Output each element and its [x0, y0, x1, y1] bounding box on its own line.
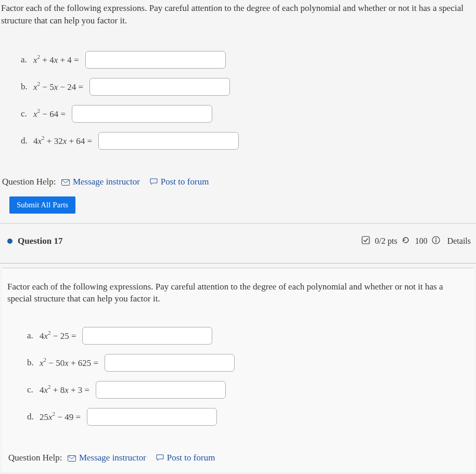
status-bullet-icon: [7, 239, 12, 244]
info-icon: [432, 236, 440, 246]
part-label: a.: [21, 55, 30, 65]
details-link[interactable]: Details: [447, 236, 471, 246]
q2-part-b: b. x2 − 50x + 625 =: [27, 354, 470, 372]
q1-part-d: d. 4x2 + 32x + 64 =: [21, 132, 476, 150]
q1-part-c: c. x2 − 64 =: [21, 105, 476, 123]
score-text: 0/2 pts: [375, 236, 397, 246]
answer-input-a[interactable]: [82, 327, 212, 345]
part-expression: x2 − 50x + 625 =: [40, 357, 98, 368]
part-expression: 4x2 − 25 =: [40, 330, 76, 341]
answer-input-c[interactable]: [72, 105, 212, 123]
svg-rect-1: [362, 236, 369, 244]
post-forum-text: Post to forum: [161, 177, 209, 187]
part-label: c.: [21, 109, 30, 119]
part-label: a.: [27, 331, 36, 341]
part-expression: x2 − 5x − 24 =: [33, 81, 83, 93]
answer-input-b[interactable]: [105, 354, 235, 372]
q1-part-b: b. x2 − 5x − 24 =: [21, 78, 476, 96]
part-label: d.: [21, 136, 30, 146]
question-help-label: Question Help:: [2, 177, 56, 187]
post-forum-link[interactable]: Post to forum: [150, 177, 209, 187]
q2-instructions: Factor each of the following expressions…: [6, 279, 470, 313]
q2-part-a: a. 4x2 − 25 =: [27, 327, 470, 345]
svg-rect-4: [435, 239, 436, 242]
question-help-label: Question Help:: [8, 453, 62, 463]
message-instructor-text: Message instructor: [79, 453, 146, 463]
question-header: Question 17 0/2 pts 100 Details: [0, 223, 476, 252]
svg-point-3: [435, 238, 436, 239]
part-expression: 4x2 + 32x + 64 =: [33, 135, 92, 147]
answer-input-b[interactable]: [89, 78, 230, 96]
part-label: b.: [27, 358, 36, 368]
question-title: Question 17: [18, 236, 62, 246]
mail-icon: [68, 454, 76, 464]
checkbox-icon: [362, 236, 370, 246]
question-help-row-2: Question Help: Message instructor Post t…: [6, 440, 470, 472]
q1-instructions: Factor each of the following expressions…: [0, 0, 476, 36]
divider: [0, 263, 476, 264]
answer-input-d[interactable]: [87, 408, 217, 426]
attempts-text: 100: [415, 236, 428, 246]
submit-all-parts-button[interactable]: Submit All Parts: [9, 196, 75, 214]
question-help-row: Question Help: Message instructor Post t…: [0, 164, 476, 196]
q2-part-c: c. 4x2 + 8x + 3 =: [27, 381, 470, 399]
question-header-left: Question 17: [7, 236, 62, 246]
q2-parts: a. 4x2 − 25 = b. x2 − 50x + 625 = c. 4x2…: [6, 312, 470, 440]
q1-part-a: a. x2 + 4x + 4 =: [21, 51, 476, 69]
message-instructor-link[interactable]: Message instructor: [68, 453, 148, 463]
mail-icon: [61, 178, 70, 188]
post-forum-text: Post to forum: [167, 453, 215, 463]
post-forum-link[interactable]: Post to forum: [156, 453, 215, 463]
answer-input-d[interactable]: [98, 132, 239, 150]
q2-part-d: d. 25x2 − 49 =: [27, 408, 470, 426]
question-header-right: 0/2 pts 100 Details: [362, 236, 471, 246]
message-instructor-text: Message instructor: [73, 177, 140, 187]
part-label: c.: [27, 385, 36, 395]
chat-icon: [150, 178, 158, 188]
part-expression: x2 − 64 =: [33, 108, 66, 120]
part-label: d.: [27, 412, 36, 422]
answer-input-c[interactable]: [96, 381, 226, 399]
part-expression: 4x2 + 8x + 3 =: [40, 384, 89, 396]
part-expression: x2 + 4x + 4 =: [33, 54, 79, 65]
part-label: b.: [21, 82, 30, 92]
q1-parts: a. x2 + 4x + 4 = b. x2 − 5x − 24 = c. x2…: [0, 36, 476, 164]
q2-body: Factor each of the following expressions…: [2, 268, 474, 473]
part-expression: 25x2 − 49 =: [40, 411, 81, 423]
message-instructor-link[interactable]: Message instructor: [61, 177, 142, 187]
chat-icon: [156, 454, 164, 464]
answer-input-a[interactable]: [85, 51, 226, 69]
retry-icon: [402, 236, 410, 246]
